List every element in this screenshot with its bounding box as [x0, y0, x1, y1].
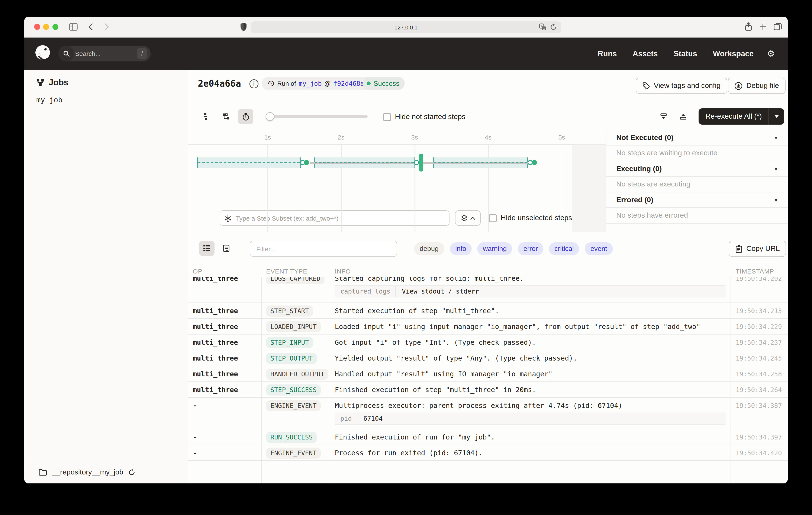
search-input[interactable] — [74, 50, 121, 58]
sidebar-toggle-icon[interactable] — [69, 22, 78, 32]
sidebar-item-job[interactable]: my_job — [36, 96, 62, 104]
log-info-text: Got input "i" of type "Int". (Type check… — [335, 338, 727, 347]
checkbox-icon[interactable] — [489, 214, 497, 222]
tab-overview-icon[interactable] — [773, 22, 782, 31]
reexecute-button[interactable]: Re-execute All (*) — [699, 108, 769, 125]
log-list-view-icon[interactable] — [199, 241, 214, 256]
metadata-key: captured_logs — [335, 286, 396, 297]
log-level-chip-warning[interactable]: warning — [477, 242, 513, 255]
gear-icon[interactable]: ⚙ — [767, 49, 775, 59]
step-span-bar[interactable] — [197, 158, 301, 168]
step-status-panel: Not Executed (0)▼No steps are waiting to… — [606, 130, 788, 232]
log-level-chip-info[interactable]: info — [450, 242, 472, 255]
traffic-light-zoom[interactable] — [53, 24, 58, 30]
metadata-value[interactable]: View stdout / stderr — [396, 286, 485, 297]
nav-item-assets[interactable]: Assets — [633, 49, 658, 58]
dagster-logo-icon[interactable] — [34, 44, 53, 63]
log-row[interactable]: multi_threeHANDLED_OUTPUTHandled output … — [188, 366, 788, 382]
traffic-light-close[interactable] — [34, 24, 40, 30]
zoom-slider-knob[interactable] — [266, 112, 274, 121]
log-info-text: Multiprocess executor: parent process ex… — [335, 401, 727, 410]
log-filter-input[interactable] — [256, 245, 392, 253]
step-marker-dot[interactable] — [304, 160, 309, 165]
snapshot-link[interactable]: f92d468a — [333, 80, 364, 87]
event-type-chip: ENGINE_EVENT — [266, 400, 321, 411]
log-op-cell: - — [193, 402, 197, 410]
log-row[interactable]: multi_threeSTEP_SUCCESSFinished executio… — [188, 382, 788, 398]
step-marker-dot[interactable] — [532, 160, 537, 165]
timing-view-icon[interactable] — [238, 109, 253, 124]
reexecute-menu-button[interactable] — [769, 108, 784, 125]
log-row[interactable]: multi_threeSTEP_INPUTGot input "i" of ty… — [188, 334, 788, 350]
url-bar[interactable]: 127.0.0.1 Aa — [251, 21, 561, 33]
traffic-light-minimize[interactable] — [43, 24, 49, 30]
log-row[interactable]: multi_threeLOADED_INPUTLoaded input "i" … — [188, 319, 788, 334]
step-panel-section-header[interactable]: Executing (0)▼ — [606, 161, 788, 177]
log-timestamp-cell: 19:50:34.264 — [736, 386, 782, 394]
selected-step-marker[interactable] — [419, 154, 423, 171]
tree-view-icon[interactable] — [219, 109, 234, 124]
global-search[interactable]: / — [58, 46, 150, 61]
log-row[interactable]: multi_threeSTEP_OUTPUTYielded output "re… — [188, 350, 788, 366]
hide-unselected-checkbox[interactable]: Hide unselected steps — [489, 214, 572, 222]
expand-all-icon[interactable] — [675, 109, 691, 124]
log-row[interactable]: multi_threeLOGS_CAPTUREDStarted capturin… — [188, 277, 788, 303]
forward-icon[interactable] — [102, 23, 111, 31]
share-icon[interactable] — [744, 22, 753, 32]
copy-url-button[interactable]: Copy URL — [729, 241, 786, 257]
log-type-cell: LOADED_INPUT — [266, 321, 321, 332]
log-level-chip-critical[interactable]: critical — [549, 242, 579, 255]
step-panel-section-title: Not Executed (0) — [616, 133, 673, 142]
log-op-cell: multi_three — [193, 323, 238, 331]
back-icon[interactable] — [87, 23, 95, 31]
chevron-down-icon: ▼ — [774, 197, 778, 202]
nav-item-runs[interactable]: Runs — [598, 49, 617, 58]
time-gridline — [562, 144, 562, 232]
debug-file-button[interactable]: Debug file — [728, 78, 785, 94]
step-span-bar[interactable] — [314, 158, 414, 168]
log-level-chips: debuginfowarningerrorcriticalevent — [414, 242, 613, 255]
event-type-chip: STEP_SUCCESS — [266, 384, 321, 396]
step-marker-open[interactable] — [414, 160, 419, 165]
step-panel-empty-text: No steps are executing — [606, 177, 788, 192]
log-level-chip-event[interactable]: event — [585, 242, 613, 255]
gantt-chart[interactable]: Hide unselected steps 1s2s3s4s5s — [188, 130, 606, 232]
nav-item-workspace[interactable]: Workspace — [713, 49, 754, 58]
flat-view-icon[interactable] — [199, 109, 214, 124]
log-row[interactable]: -ENGINE_EVENTMultiprocess executor: pare… — [188, 398, 788, 429]
translate-icon[interactable]: Aa — [539, 24, 546, 31]
log-level-chip-error[interactable]: error — [518, 242, 544, 255]
jobs-section-header: Jobs — [36, 78, 68, 87]
checkbox-icon[interactable] — [383, 113, 391, 121]
reexecute-split-button: Re-execute All (*) — [699, 108, 784, 125]
log-row[interactable]: -RUN_SUCCESSFinished execution of run fo… — [188, 429, 788, 445]
log-level-chip-debug[interactable]: debug — [414, 242, 444, 255]
step-subset-input[interactable] — [235, 214, 445, 222]
nav-item-status[interactable]: Status — [674, 49, 697, 58]
step-span-bar[interactable] — [433, 158, 528, 168]
collapse-all-icon[interactable] — [656, 109, 671, 124]
job-link[interactable]: my_job — [298, 80, 322, 87]
log-timestamp-cell: 19:50:34.202 — [736, 277, 782, 282]
refresh-icon[interactable] — [128, 469, 136, 476]
event-type-chip: LOGS_CAPTURED — [266, 277, 325, 284]
log-timestamp-cell: 19:50:34.245 — [736, 355, 782, 362]
step-panel-section-header[interactable]: Errored (0)▼ — [606, 192, 788, 208]
new-tab-icon[interactable] — [759, 23, 767, 31]
step-panel-section-header[interactable]: Not Executed (0)▼ — [606, 130, 788, 145]
reload-icon[interactable] — [550, 24, 557, 31]
view-tags-button[interactable]: View tags and config — [636, 78, 727, 94]
metadata-key: pid — [335, 413, 357, 424]
time-tick-label: 5s — [558, 134, 565, 141]
log-filter-box[interactable] — [250, 241, 397, 257]
hide-not-started-checkbox[interactable]: Hide not started steps — [383, 113, 465, 121]
graph-query-toggle-button[interactable] — [455, 210, 481, 226]
svg-text:a: a — [543, 27, 545, 30]
info-icon[interactable] — [249, 79, 259, 89]
log-row[interactable]: multi_threeSTEP_STARTStarted execution o… — [188, 303, 788, 319]
zoom-slider[interactable] — [266, 115, 368, 118]
log-structured-view-icon[interactable] — [219, 241, 234, 256]
log-row[interactable]: -ENGINE_EVENTProcess for run exited (pid… — [188, 445, 788, 461]
metadata-value[interactable]: 67104 — [357, 413, 388, 424]
status-badge: Success — [362, 77, 405, 90]
